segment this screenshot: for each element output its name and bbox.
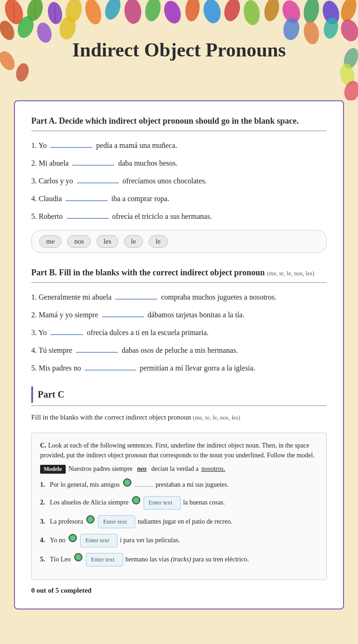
enter-text-5[interactable]: Enter text xyxy=(86,553,123,567)
blank-3a[interactable] xyxy=(77,174,119,183)
svg-point-26 xyxy=(0,49,18,73)
blank-5b[interactable] xyxy=(85,361,136,371)
svg-point-24 xyxy=(302,20,321,46)
svg-point-20 xyxy=(35,21,54,44)
part-c-item-1: 1. Por lo general, mis amigos prestaban … xyxy=(40,478,318,490)
modelo-underlined: nosotros. xyxy=(201,465,225,473)
word-le1[interactable]: le xyxy=(124,235,143,248)
part-c-item-2: 2. Los abuelos de Alicia siempre Enter t… xyxy=(40,496,318,510)
svg-point-13 xyxy=(262,0,282,23)
svg-point-11 xyxy=(222,0,243,23)
score-label: 0 out of 5 completed xyxy=(31,587,327,595)
part-c-divider xyxy=(31,406,327,406)
modelo-row: Modelo Nuestros padres siempre nos decía… xyxy=(40,465,318,474)
enter-text-2[interactable]: Enter text xyxy=(144,496,181,510)
part-c-title: Part C xyxy=(38,389,64,400)
blank-5a[interactable] xyxy=(67,210,109,219)
part-a-divider xyxy=(31,131,327,131)
bubble-icon-3 xyxy=(86,515,95,524)
blank-4b[interactable] xyxy=(76,343,118,353)
main-card: Part A. Decide which indirect object pro… xyxy=(14,100,344,609)
part-b-section: Part B. Fill in the blanks with the corr… xyxy=(31,267,327,372)
bubble-icon-2 xyxy=(132,496,140,504)
enter-text-4[interactable]: Enter text xyxy=(80,534,117,547)
header-area: Indirect Object Pronouns xyxy=(0,0,358,100)
part-c-item-5: 5. Tío Leo Enter text hermano las vías (… xyxy=(40,553,318,567)
word-le2[interactable]: le xyxy=(149,235,168,248)
svg-point-4 xyxy=(83,0,103,26)
modelo-badge: Modelo xyxy=(40,465,66,474)
bubble-icon-1 xyxy=(123,478,131,487)
bubble-icon-5 xyxy=(74,553,83,561)
svg-point-8 xyxy=(161,0,184,26)
blank-3b[interactable] xyxy=(50,326,83,335)
svg-point-9 xyxy=(184,0,201,22)
part-c-section: Part C Fill in the blanks with the corre… xyxy=(31,386,327,595)
blank-2b[interactable] xyxy=(102,308,144,317)
svg-point-22 xyxy=(338,17,358,44)
svg-point-12 xyxy=(242,0,261,26)
part-b-title: Part B. Fill in the blanks with the corr… xyxy=(31,267,327,279)
part-c-box: C. Look at each of the following sentenc… xyxy=(31,433,327,580)
part-b-divider xyxy=(31,282,327,283)
word-bank: me nos les le le xyxy=(31,230,327,253)
svg-point-10 xyxy=(201,0,223,25)
word-me[interactable]: me xyxy=(39,235,62,248)
sentence-row-b4: 4. Tú siempre dabas osos de peluche a mi… xyxy=(31,343,327,355)
word-nos[interactable]: nos xyxy=(67,235,91,248)
svg-point-27 xyxy=(14,62,30,83)
part-c-item-3: 3. La profesora Enter text tudiantes jug… xyxy=(40,515,318,529)
sentence-row: 4. Claudia iba a comprar ropa. xyxy=(31,192,327,203)
blank-2a[interactable] xyxy=(72,156,114,166)
part-a-section: Part A. Decide which indirect object pro… xyxy=(31,115,327,253)
word-les[interactable]: les xyxy=(96,235,118,248)
blank-4a[interactable] xyxy=(66,192,108,201)
part-a-title: Part A. Decide which indirect object pro… xyxy=(31,115,327,127)
modelo-blank: nos xyxy=(135,465,148,473)
page-title-box: Indirect Object Pronouns xyxy=(72,38,286,62)
part-c-item-4: 4. Yo no Enter text i para ver las pelíc… xyxy=(40,534,318,547)
sentence-row: 2. Mi abuela daba muchos besos. xyxy=(31,156,327,168)
blank-c1[interactable] xyxy=(135,479,153,487)
sentence-row: 3. Carlos y yo ofrecíamos unos chocolate… xyxy=(31,174,327,185)
part-c-header: Part C xyxy=(31,386,327,403)
sentence-row-b1: 1. Generalmente mi abuela compraba mucho… xyxy=(31,290,327,301)
blank-1b[interactable] xyxy=(115,290,157,300)
part-c-box-instruction: C. Look at each of the following sentenc… xyxy=(40,441,318,460)
blank-1a[interactable] xyxy=(50,139,92,148)
svg-point-7 xyxy=(143,0,163,23)
svg-point-15 xyxy=(302,0,321,24)
sentence-row: 5. Roberto ofrecía el triciclo a sus her… xyxy=(31,210,327,221)
sentence-row-b2: 2. Mamá y yo siempre dábamos tarjetas bo… xyxy=(31,308,327,319)
sentence-row-b5: 5. Mis padres no permitían a mí llevar g… xyxy=(31,361,327,372)
page-title: Indirect Object Pronouns xyxy=(72,38,286,62)
sentence-row: 1. Yo pedía a mamá una muñeca. xyxy=(31,139,327,150)
enter-text-3[interactable]: Enter text xyxy=(98,515,135,529)
part-c-instruction: Fill in the blanks with the correct indi… xyxy=(31,413,327,421)
sentence-row-b3: 3. Yo ofrecía dulces a ti en la escuela … xyxy=(31,326,327,337)
bubble-icon-4 xyxy=(69,534,77,542)
svg-point-6 xyxy=(124,0,143,24)
svg-point-5 xyxy=(102,0,123,22)
